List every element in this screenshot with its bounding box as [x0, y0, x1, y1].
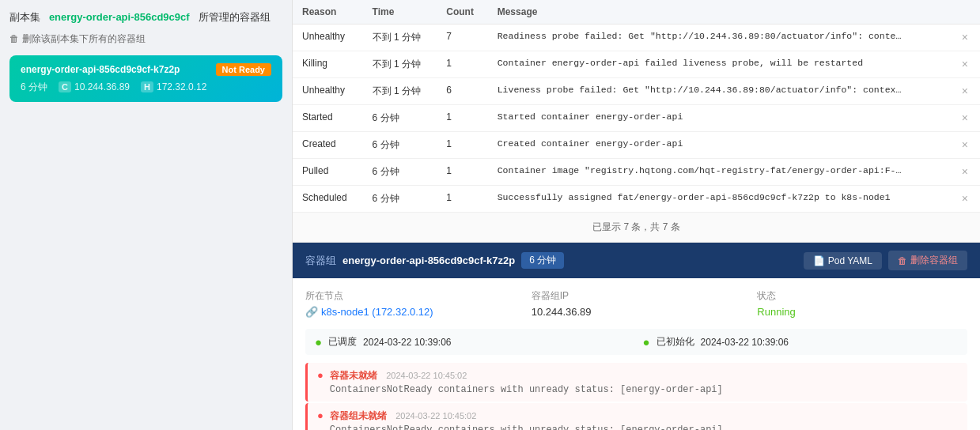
- node-value-text: k8s-node1 (172.32.0.12): [321, 306, 433, 318]
- pod-name: energy-order-api-856cd9c9cf-k7z2p: [21, 64, 180, 75]
- pagination-info: 已显示 7 条，共 7 条: [293, 213, 980, 243]
- delete-all-pods-link[interactable]: 🗑 删除该副本集下所有的容器组: [9, 32, 282, 46]
- trash-icon: 🗑: [9, 33, 19, 44]
- list-item: ● 容器组未就绪 2024-03-22 10:45:02 ContainersN…: [305, 403, 967, 430]
- status-label: 状态: [757, 289, 967, 303]
- close-icon[interactable]: ×: [962, 58, 968, 70]
- node-value[interactable]: 🔗 k8s-node1 (172.32.0.12): [305, 306, 516, 318]
- cell-time: 不到 1 分钟: [363, 25, 437, 51]
- event-desc: ContainersNotReady containers with unrea…: [330, 424, 958, 430]
- initialized-time: 2024-03-22 10:39:06: [701, 337, 789, 348]
- cell-message: Created container energy-order-api: [488, 132, 952, 159]
- table-row: Scheduled 6 分钟 1 Successfully assigned f…: [293, 186, 980, 213]
- cell-count: 7: [437, 25, 487, 51]
- pod-card[interactable]: energy-order-api-856cd9c9cf-k7z2p Not Re…: [9, 55, 282, 102]
- event-desc: ContainersNotReady containers with unrea…: [330, 384, 958, 395]
- delete-all-pods-label: 删除该副本集下所有的容器组: [22, 32, 146, 46]
- condition-initialized: ● 已初始化 2024-03-22 10:39:06: [643, 335, 959, 349]
- table-row: Killing 不到 1 分钟 1 Container energy-order…: [293, 51, 980, 78]
- close-icon[interactable]: ×: [962, 138, 968, 151]
- cell-count: 1: [437, 105, 487, 132]
- info-col-status: 状态 Running: [757, 289, 967, 318]
- close-icon[interactable]: ×: [962, 85, 968, 97]
- cell-close[interactable]: ×: [952, 51, 980, 78]
- table-row: Unhealthy 不到 1 分钟 6 Liveness probe faile…: [293, 78, 980, 105]
- pod-detail: 容器组 energy-order-api-856cd9c9cf-k7z2p 6 …: [293, 243, 980, 430]
- col-message: Message: [488, 0, 952, 25]
- cell-count: 1: [437, 51, 487, 78]
- cell-message: Started container energy-order-api: [488, 105, 952, 132]
- pod-age-value: 6 分钟: [21, 81, 47, 94]
- pod-age: 6 分钟: [21, 81, 47, 94]
- replica-set-header: 副本集 energy-order-api-856cd9c9cf 所管理的容器组: [9, 9, 282, 26]
- container-ip-value: 10.244.36.89: [74, 81, 130, 92]
- cell-message: Liveness probe failed: Get "http://10.24…: [488, 78, 952, 105]
- pod-detail-header-right: 📄 Pod YAML 🗑 删除容器组: [804, 251, 967, 270]
- pod-host-ip: H 172.32.0.12: [141, 81, 206, 92]
- col-reason: Reason: [293, 0, 363, 25]
- event-content: 容器未就绪 2024-03-22 10:45:02 ContainersNotR…: [330, 369, 958, 395]
- cell-reason: Scheduled: [293, 186, 363, 213]
- table-row: Unhealthy 不到 1 分钟 7 Readiness probe fail…: [293, 25, 980, 51]
- link-icon: 🔗: [305, 306, 318, 318]
- cell-count: 1: [437, 159, 487, 186]
- event-title: 容器未就绪: [330, 370, 377, 381]
- condition-row: ● 已调度 2024-03-22 10:39:06 ● 已初始化 2024-03…: [305, 329, 967, 355]
- cell-close[interactable]: ×: [952, 186, 980, 213]
- pod-detail-label: 容器组: [305, 254, 336, 268]
- replica-set-label: 副本集: [9, 11, 40, 23]
- close-icon[interactable]: ×: [962, 111, 968, 124]
- right-panel: Reason Time Count Message Unhealthy 不到 1…: [293, 0, 980, 430]
- initialized-icon: ●: [643, 335, 650, 349]
- pod-detail-header-left: 容器组 energy-order-api-856cd9c9cf-k7z2p 6 …: [305, 252, 564, 269]
- cell-reason: Unhealthy: [293, 25, 363, 51]
- pod-detail-header: 容器组 energy-order-api-856cd9c9cf-k7z2p 6 …: [293, 243, 980, 278]
- cell-time: 不到 1 分钟: [363, 51, 437, 78]
- pod-container-ip: C 10.244.36.89: [59, 81, 130, 92]
- trash-icon-2: 🗑: [898, 255, 907, 266]
- cell-reason: Pulled: [293, 159, 363, 186]
- not-ready-badge: Not Ready: [216, 63, 271, 76]
- initialized-label: 已初始化: [656, 335, 694, 349]
- table-row: Created 6 分钟 1 Created container energy-…: [293, 132, 980, 159]
- col-actions: [952, 0, 980, 25]
- col-time: Time: [363, 0, 437, 25]
- node-label: 所在节点: [305, 289, 516, 303]
- event-time: 2024-03-22 10:45:02: [386, 371, 467, 380]
- cell-time: 不到 1 分钟: [363, 78, 437, 105]
- cell-message: Readiness probe failed: Get "http://10.2…: [488, 25, 952, 51]
- cell-close[interactable]: ×: [952, 159, 980, 186]
- cell-message: Container energy-order-api failed livene…: [488, 51, 952, 78]
- cell-close[interactable]: ×: [952, 25, 980, 51]
- cell-close[interactable]: ×: [952, 132, 980, 159]
- pod-detail-body: 所在节点 🔗 k8s-node1 (172.32.0.12) 容器组IP 10.…: [293, 278, 980, 430]
- cell-reason: Created: [293, 132, 363, 159]
- pod-detail-name: energy-order-api-856cd9c9cf-k7z2p: [342, 255, 515, 266]
- event-time: 2024-03-22 10:45:02: [395, 411, 476, 421]
- delete-pod-button[interactable]: 🗑 删除容器组: [888, 251, 967, 270]
- host-ip-icon: H: [141, 81, 153, 92]
- container-ip-icon: C: [59, 81, 71, 92]
- list-item: ● 容器未就绪 2024-03-22 10:45:02 ContainersNo…: [305, 363, 967, 402]
- close-icon[interactable]: ×: [962, 31, 968, 43]
- cell-message: Successfully assigned fat/energy-order-a…: [488, 186, 952, 213]
- cell-close[interactable]: ×: [952, 78, 980, 105]
- scheduled-label: 已调度: [328, 335, 357, 349]
- host-ip-value: 172.32.0.12: [157, 81, 206, 92]
- ip-label: 容器组IP: [532, 289, 742, 303]
- status-value: Running: [757, 306, 967, 318]
- replica-set-name[interactable]: energy-order-api-856cd9c9cf: [49, 11, 190, 23]
- cell-reason: Unhealthy: [293, 78, 363, 105]
- pod-yaml-button[interactable]: 📄 Pod YAML: [804, 252, 882, 270]
- cell-close[interactable]: ×: [952, 105, 980, 132]
- cell-time: 6 分钟: [363, 186, 437, 213]
- info-col-ip: 容器组IP 10.244.36.89: [532, 289, 742, 318]
- events-table: Reason Time Count Message Unhealthy 不到 1…: [293, 0, 980, 213]
- close-icon[interactable]: ×: [962, 192, 968, 205]
- cell-count: 1: [437, 186, 487, 213]
- close-icon[interactable]: ×: [962, 165, 968, 178]
- cell-reason: Started: [293, 105, 363, 132]
- event-title: 容器组未就绪: [330, 410, 387, 421]
- event-content: 容器组未就绪 2024-03-22 10:45:02 ContainersNot…: [330, 409, 958, 430]
- cell-time: 6 分钟: [363, 132, 437, 159]
